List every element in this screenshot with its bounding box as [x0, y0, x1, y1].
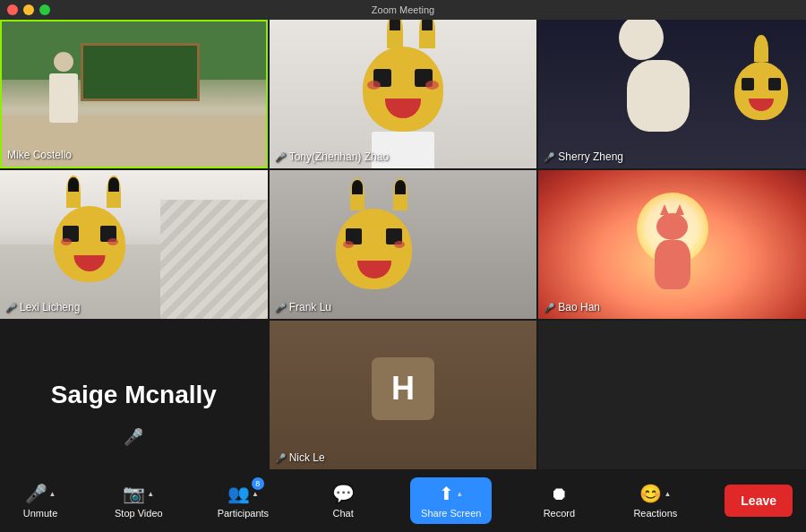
lexi-stairs [160, 200, 267, 319]
mike-silhouette [49, 52, 78, 123]
video-cell-lexi[interactable]: 🎤 Lexi Licheng [0, 170, 268, 319]
stop-video-label: Stop Video [115, 508, 163, 519]
bao-char-ear-r [675, 204, 684, 215]
frank-cheek-l [343, 241, 354, 248]
nick-mic-icon: 🎤 [275, 453, 286, 463]
video-cell-saige[interactable]: Saige Mcnally 🎤 [0, 321, 268, 469]
frank-ears [336, 178, 421, 210]
share-screen-button[interactable]: ⬆ ▲ Share Screen [410, 477, 492, 524]
sherry-ear [754, 35, 768, 62]
ear-tip-left [390, 20, 400, 30]
video-cell-nick[interactable]: H 🎤 Nick Le [270, 321, 537, 469]
frank-cheek-r [394, 241, 405, 248]
bear-head [619, 20, 664, 60]
cheek-right [425, 81, 439, 90]
tony-figure [354, 20, 452, 168]
close-button[interactable] [7, 4, 18, 15]
ear-tip-right [422, 20, 433, 30]
frank-name-label: 🎤 Frank Lu [275, 301, 331, 313]
lexi-ear-tip-l [68, 177, 79, 192]
sherry-pikachu [730, 35, 793, 120]
sherry-mic-icon: 🎤 [544, 152, 554, 162]
frank-ear-l [350, 178, 364, 210]
share-screen-label: Share Screen [421, 508, 481, 519]
bear-body [627, 60, 690, 132]
lexi-mouth [73, 255, 105, 271]
video-cell-tony[interactable]: 🎤 Tony(Zhenhan) Zhao [270, 20, 537, 168]
maximize-button[interactable] [39, 4, 50, 15]
saige-mute-indicator: 🎤 [124, 427, 143, 447]
lexi-ear-l [66, 176, 81, 208]
window-controls[interactable] [7, 4, 50, 15]
record-button[interactable]: ⏺ Record [532, 480, 586, 522]
sherry-mouth [749, 99, 774, 111]
nick-name-label: 🎤 Nick Le [275, 451, 325, 464]
video-cell-mike[interactable]: Mike Costello [0, 20, 268, 168]
leave-button[interactable]: Leave [725, 485, 793, 517]
ear-right [419, 20, 435, 48]
unmute-button[interactable]: 🎤 ▲ Unmute [13, 479, 67, 522]
chat-icon: 💬 [332, 483, 355, 504]
participants-badge: 8 [252, 477, 264, 490]
lexi-mic-icon: 🎤 [5, 303, 16, 313]
tony-name-label: 🎤 Tony(Zhenhan) Zhao [275, 150, 389, 163]
nick-avatar: H [372, 357, 434, 420]
bao-char-body [655, 240, 690, 289]
chat-label: Chat [332, 508, 353, 519]
nick-name-text: Nick Le [289, 451, 325, 464]
video-cell-frank[interactable]: 🎤 Frank Lu [270, 170, 537, 319]
reactions-icon-group: 😊 ▲ [639, 483, 671, 504]
video-grid: Mike Costello [0, 20, 806, 469]
pikachu-mask [363, 47, 443, 132]
control-bar: 🎤 ▲ Unmute 📷 ▲ Stop Video 👥 8 ▲ Particip… [0, 469, 806, 532]
tony-name-text: Tony(Zhenhan) Zhao [289, 150, 389, 163]
saige-name-display: Saige Mcnally [51, 381, 217, 409]
tony-background [270, 20, 537, 168]
frank-name-text: Frank Lu [289, 301, 331, 313]
bao-name-label: 🎤 Bao Han [544, 301, 600, 313]
video-icon: 📷 [123, 483, 145, 504]
frank-ear-tip-l [352, 180, 363, 194]
frank-figure [336, 178, 421, 289]
stop-video-button[interactable]: 📷 ▲ Stop Video [107, 479, 170, 522]
unmute-icon-group: 🎤 ▲ [25, 483, 56, 504]
video-icon-group: 📷 ▲ [123, 483, 154, 504]
lexi-cheek-r [107, 238, 118, 245]
unmute-label: Unmute [23, 508, 58, 519]
frank-ear-r [393, 178, 407, 210]
frank-mouth [357, 261, 391, 279]
mike-name-text: Mike Costello [7, 149, 72, 161]
reactions-icon: 😊 [639, 483, 662, 504]
lexi-ear-r [107, 176, 121, 208]
microphone-muted-icon: 🎤 [25, 483, 47, 504]
sherry-eye-l [742, 78, 754, 90]
mike-head-shape [54, 52, 73, 72]
video-cell-bao[interactable]: 🎤 Bao Han [538, 170, 806, 319]
participants-label: Participants [218, 508, 269, 519]
lexi-name-label: 🎤 Lexi Licheng [5, 301, 80, 313]
title-bar: Zoom Meeting [0, 0, 806, 20]
frank-mic-icon: 🎤 [275, 303, 286, 313]
bao-char-ear-l [660, 204, 669, 215]
bao-mic-icon: 🎤 [544, 303, 554, 313]
reactions-chevron: ▲ [664, 490, 671, 498]
lexi-name-text: Lexi Licheng [20, 301, 80, 313]
chat-button[interactable]: 💬 Chat [316, 479, 370, 522]
frank-ear-tip-r [395, 180, 406, 194]
lexi-cheek-l [61, 238, 72, 245]
participants-button[interactable]: 👥 8 ▲ Participants [210, 479, 276, 522]
video-chevron: ▲ [147, 490, 154, 498]
tony-mic-icon: 🎤 [275, 152, 286, 162]
sherry-eye-r [768, 78, 781, 90]
reactions-button[interactable]: 😊 ▲ Reactions [626, 479, 684, 522]
minimize-button[interactable] [23, 4, 34, 15]
video-cell-sherry[interactable]: 🎤 Sherry Zheng [538, 20, 806, 168]
bao-char-head [656, 213, 688, 240]
ear-left [387, 20, 403, 48]
unmute-chevron: ▲ [49, 490, 56, 498]
lexi-mask [54, 206, 125, 282]
cheek-left [367, 81, 381, 90]
record-icon: ⏺ [550, 484, 568, 504]
sherry-mask [734, 62, 788, 120]
frank-mask [336, 209, 412, 289]
